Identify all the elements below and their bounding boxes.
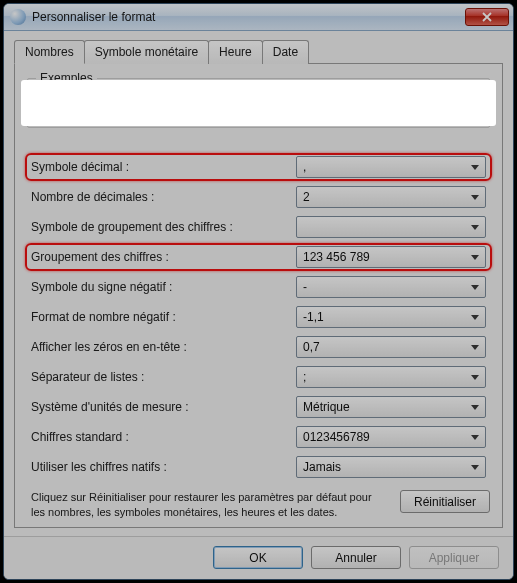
setting-row: Afficher les zéros en en-tête :0,7 <box>27 332 490 362</box>
setting-label: Groupement des chiffres : <box>31 250 296 264</box>
tabstrip: Nombres Symbole monétaire Heure Date <box>14 40 503 64</box>
setting-dropdown[interactable]: 0,7 <box>296 336 486 358</box>
tab-heure[interactable]: Heure <box>208 40 263 64</box>
ok-button[interactable]: OK <box>213 546 303 569</box>
examples-group: Exemples Positif : Négatif : <box>27 78 490 128</box>
setting-label: Symbole de groupement des chiffres : <box>31 220 296 234</box>
window-title: Personnaliser le format <box>32 10 465 24</box>
setting-dropdown[interactable]: Métrique <box>296 396 486 418</box>
setting-dropdown[interactable]: Jamais <box>296 456 486 478</box>
setting-dropdown[interactable]: 123 456 789 <box>296 246 486 268</box>
setting-row: Utiliser les chiffres natifs :Jamais <box>27 452 490 482</box>
setting-label: Symbole décimal : <box>31 160 296 174</box>
examples-title: Exemples <box>36 71 97 85</box>
setting-label: Symbole du signe négatif : <box>31 280 296 294</box>
tab-date[interactable]: Date <box>262 40 309 64</box>
setting-dropdown[interactable]: , <box>296 156 486 178</box>
setting-row: Format de nombre négatif :-1,1 <box>27 302 490 332</box>
positive-value[interactable] <box>87 93 227 115</box>
close-icon <box>482 12 492 22</box>
dialog-window: Personnaliser le format Nombres Symbole … <box>3 3 514 580</box>
setting-label: Nombre de décimales : <box>31 190 296 204</box>
tab-nombres[interactable]: Nombres <box>14 40 85 64</box>
globe-icon <box>10 9 26 25</box>
setting-dropdown[interactable]: - <box>296 276 486 298</box>
setting-row: Symbole décimal :, <box>27 152 490 182</box>
setting-row: Chiffres standard :0123456789 <box>27 422 490 452</box>
setting-dropdown[interactable]: -1,1 <box>296 306 486 328</box>
negative-value[interactable] <box>310 93 450 115</box>
setting-label: Format de nombre négatif : <box>31 310 296 324</box>
setting-dropdown[interactable]: 0123456789 <box>296 426 486 448</box>
negative-label: Négatif : <box>255 97 300 111</box>
setting-row: Symbole du signe négatif :- <box>27 272 490 302</box>
apply-button[interactable]: Appliquer <box>409 546 499 569</box>
setting-dropdown[interactable]: 2 <box>296 186 486 208</box>
setting-row: Nombre de décimales :2 <box>27 182 490 212</box>
setting-dropdown[interactable]: ; <box>296 366 486 388</box>
client-area: Nombres Symbole monétaire Heure Date Exe… <box>4 31 513 536</box>
close-button[interactable] <box>465 8 509 26</box>
cancel-button[interactable]: Annuler <box>311 546 401 569</box>
setting-label: Afficher les zéros en en-tête : <box>31 340 296 354</box>
positive-label: Positif : <box>38 97 77 111</box>
reset-button[interactable]: Réinitialiser <box>400 490 490 513</box>
setting-row: Système d'unités de mesure :Métrique <box>27 392 490 422</box>
titlebar: Personnaliser le format <box>4 4 513 31</box>
tab-monnaie[interactable]: Symbole monétaire <box>84 40 209 64</box>
setting-row: Séparateur de listes :; <box>27 362 490 392</box>
setting-label: Séparateur de listes : <box>31 370 296 384</box>
setting-row: Groupement des chiffres :123 456 789 <box>27 242 490 272</box>
settings-list: Symbole décimal :,Nombre de décimales :2… <box>27 152 490 482</box>
button-bar: OK Annuler Appliquer <box>4 536 513 579</box>
setting-row: Symbole de groupement des chiffres : <box>27 212 490 242</box>
setting-label: Chiffres standard : <box>31 430 296 444</box>
setting-dropdown[interactable] <box>296 216 486 238</box>
reset-hint: Cliquez sur Réinitialiser pour restaurer… <box>27 490 384 519</box>
setting-label: Système d'unités de mesure : <box>31 400 296 414</box>
setting-label: Utiliser les chiffres natifs : <box>31 460 296 474</box>
tab-panel: Exemples Positif : Négatif : Symbole déc… <box>14 63 503 528</box>
